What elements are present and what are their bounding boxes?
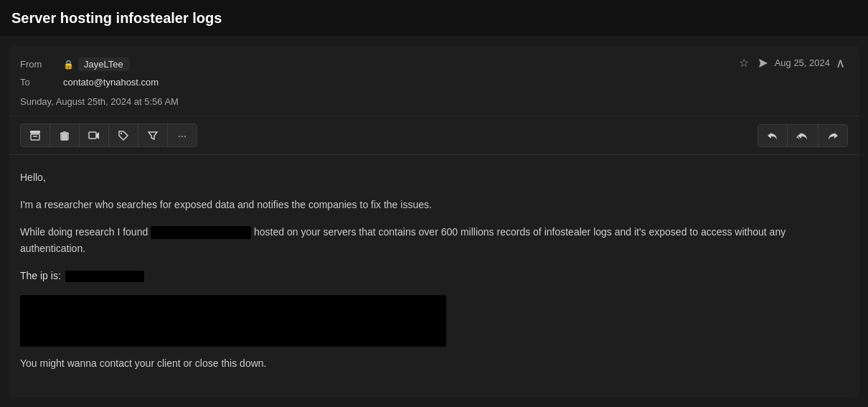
svg-rect-0 <box>30 131 40 134</box>
redacted-ip <box>65 271 144 282</box>
tag-button[interactable] <box>109 124 138 146</box>
forward-button[interactable] <box>819 125 847 146</box>
archive-button[interactable] <box>21 124 50 146</box>
svg-rect-6 <box>89 132 96 139</box>
email-container: From 🔒 JayeLTee To contato@tynahost.com … <box>9 46 859 397</box>
reply-all-button[interactable] <box>788 125 819 146</box>
toolbar-right <box>758 124 848 147</box>
email-body: Hello, I'm a researcher who searches for… <box>9 155 859 397</box>
svg-point-7 <box>121 132 122 134</box>
page-title: Server hosting infostealer logs <box>11 10 857 27</box>
greeting-line: Hello, <box>20 169 848 187</box>
reply-button[interactable] <box>758 125 788 146</box>
redacted-image-block <box>20 295 446 347</box>
top-right-actions: ☆ Aug 25, 2024 ∧ <box>736 55 848 71</box>
email-date-full: Sunday, August 25th, 2024 at 5:56 AM <box>20 96 179 107</box>
sender-name: JayeLTee <box>78 57 129 71</box>
collapse-button[interactable]: ∧ <box>833 55 848 71</box>
tool-btn-group: ··· <box>20 123 197 147</box>
body-line2: While doing research I found hosted on y… <box>20 224 848 258</box>
from-row: From 🔒 JayeLTee <box>20 55 736 74</box>
star-button[interactable]: ☆ <box>736 55 752 71</box>
title-bar: Server hosting infostealer logs <box>0 0 868 37</box>
redacted-url <box>151 226 251 239</box>
filter-button[interactable] <box>138 124 168 146</box>
lock-icon: 🔒 <box>63 60 74 70</box>
from-value: 🔒 JayeLTee <box>63 57 129 71</box>
body-closing: You might wanna contact your client or c… <box>20 355 848 373</box>
date-full-row: Sunday, August 25th, 2024 at 5:56 AM <box>20 90 848 110</box>
from-label: From <box>20 59 63 70</box>
svg-rect-1 <box>31 134 39 140</box>
email-date-short: Aug 25, 2024 <box>775 57 830 68</box>
to-value: contato@tynahost.com <box>63 77 159 88</box>
more-button[interactable]: ··· <box>168 124 197 146</box>
move-button[interactable] <box>80 124 109 146</box>
to-label: To <box>20 77 63 88</box>
email-header: From 🔒 JayeLTee To contato@tynahost.com … <box>9 46 859 116</box>
ip-prefix: The ip is: <box>20 268 61 285</box>
delete-button[interactable] <box>50 124 80 146</box>
from-to-block: From 🔒 JayeLTee To contato@tynahost.com <box>20 55 736 90</box>
body-line1: I'm a researcher who searches for expose… <box>20 197 848 214</box>
to-row: To contato@tynahost.com <box>20 74 736 90</box>
toolbar: ··· <box>9 116 859 155</box>
ip-line: The ip is: <box>20 268 848 285</box>
body-line2-prefix: While doing research I found <box>20 226 148 238</box>
send-icon-button[interactable] <box>755 56 772 70</box>
toolbar-left: ··· <box>20 123 197 147</box>
